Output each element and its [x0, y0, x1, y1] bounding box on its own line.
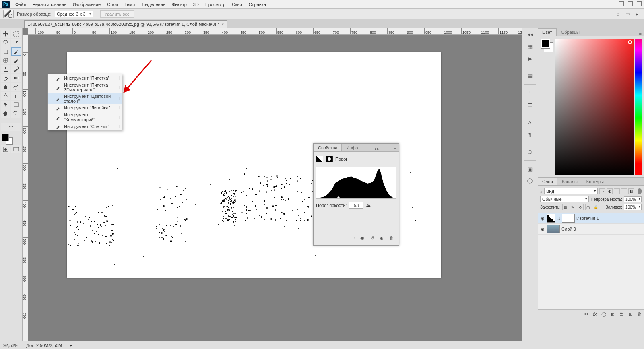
adjust-icon[interactable]: ☰: [525, 101, 535, 109]
adj-add-icon[interactable]: ◐: [609, 311, 616, 317]
hue-slider[interactable]: [635, 39, 642, 175]
document-tab[interactable]: 1485607827_5c1f4ff2-86bc-4b59-b07a-4c3fc…: [24, 20, 227, 28]
flyout-item[interactable]: Инструмент "Пипетка"I: [48, 74, 122, 82]
screenmode-tool[interactable]: [11, 145, 21, 153]
path-select-tool[interactable]: [1, 101, 10, 109]
color-swatches[interactable]: [2, 134, 13, 145]
info-shortcut-icon[interactable]: ⓘ: [525, 177, 535, 186]
flyout-item[interactable]: Инструмент "Пипетка 3D-материала"I: [48, 82, 122, 93]
menu-3d[interactable]: 3D: [190, 1, 202, 8]
gradient-tool[interactable]: [11, 74, 21, 82]
lock-pos-icon[interactable]: ✥: [578, 204, 584, 210]
tab-channels[interactable]: Каналы: [557, 178, 582, 185]
foreground-swatch[interactable]: [2, 134, 9, 141]
marquee-tool[interactable]: [11, 30, 21, 38]
actions-icon[interactable]: ▶: [525, 54, 535, 63]
view-prev-icon[interactable]: ◉: [359, 235, 366, 241]
minimize-button[interactable]: [619, 1, 624, 6]
filter-adj-icon[interactable]: ◐: [607, 188, 613, 194]
tab-properties[interactable]: Свойства: [314, 144, 342, 151]
3d-icon[interactable]: ⬡: [525, 147, 535, 156]
tab-color[interactable]: Цвет: [538, 28, 557, 36]
menu-выделение[interactable]: Выделение: [139, 1, 169, 8]
lasso-tool[interactable]: [1, 39, 10, 47]
flyout-item[interactable]: Инструмент "Комментарий"I: [48, 112, 122, 123]
flyout-item[interactable]: Инструмент "Линейка"I: [48, 104, 122, 112]
history-icon[interactable]: ▦: [525, 42, 535, 51]
visibility-icon[interactable]: ◉: [540, 226, 545, 232]
flyout-item[interactable]: Инструмент "Счетчик"I: [48, 123, 122, 130]
filter-smart-icon[interactable]: ◧: [628, 188, 634, 194]
maximize-button[interactable]: [628, 1, 633, 6]
visibility-icon[interactable]: ◉: [540, 215, 545, 221]
menu-текст[interactable]: Текст: [121, 1, 139, 8]
pen-tool[interactable]: [1, 92, 10, 100]
menu-фильтр[interactable]: Фильтр: [169, 1, 190, 8]
shape-tool[interactable]: [11, 101, 21, 109]
stamp-tool[interactable]: [1, 65, 10, 73]
panel-menu-icon[interactable]: ≡: [392, 147, 399, 151]
menu-редактирование[interactable]: Редактирование: [29, 1, 70, 8]
tab-swatches[interactable]: Образцы: [557, 28, 584, 36]
eyedropper-tool[interactable]: [11, 47, 21, 56]
brush-icon[interactable]: Ꞌ: [525, 89, 535, 97]
history-brush-tool[interactable]: [11, 65, 21, 73]
lock-all-icon[interactable]: 🔒: [593, 204, 599, 210]
tab-info[interactable]: Инфо: [342, 144, 362, 151]
lock-pixels-icon[interactable]: ▦: [562, 204, 568, 210]
group-icon[interactable]: 🗀: [618, 311, 625, 317]
type-tool[interactable]: T: [11, 92, 21, 100]
wand-tool[interactable]: [11, 39, 21, 47]
fx-icon[interactable]: fx: [591, 311, 599, 317]
arrange-icon[interactable]: ▸: [634, 10, 641, 18]
close-button[interactable]: [637, 1, 642, 6]
panel-collapse-icon[interactable]: ▸▸: [372, 146, 382, 151]
heal-tool[interactable]: [1, 56, 10, 64]
histogram[interactable]: [316, 167, 396, 199]
new-layer-icon[interactable]: ⊞: [627, 311, 634, 317]
menu-слои[interactable]: Слои: [104, 1, 121, 8]
para-icon[interactable]: ¶: [525, 130, 535, 139]
layers-panel-menu-icon[interactable]: ≡: [637, 180, 644, 185]
delete-all-button[interactable]: Удалить все: [100, 10, 134, 18]
opacity-input[interactable]: 100%: [624, 196, 642, 202]
close-tab-icon[interactable]: ×: [221, 22, 224, 27]
layer-row[interactable]: ◉⬚Изогелия 1: [538, 213, 644, 224]
tab-layers[interactable]: Слои: [538, 178, 557, 185]
brush-tool[interactable]: [11, 56, 21, 64]
collapse-icon[interactable]: ◂◂: [525, 30, 535, 39]
hand-tool[interactable]: [1, 109, 10, 118]
quickmask-tool[interactable]: [1, 145, 10, 153]
eraser-tool[interactable]: [1, 74, 10, 82]
fill-input[interactable]: 100%: [624, 204, 642, 210]
layers-shortcut-icon[interactable]: ▤: [525, 71, 535, 80]
move-tool[interactable]: [1, 30, 10, 38]
filter-shape-icon[interactable]: ▱: [621, 188, 627, 194]
threshold-input[interactable]: 53: [349, 202, 363, 209]
color-panel-swatches[interactable]: [541, 39, 553, 52]
zoom-tool[interactable]: [11, 109, 21, 118]
menu-справка[interactable]: Справка: [246, 1, 269, 8]
delete-layer-icon[interactable]: 🗑: [636, 311, 643, 317]
menu-просмотр[interactable]: Просмотр: [202, 1, 229, 8]
lock-brush-icon[interactable]: ✎: [570, 204, 576, 210]
lock-artboard-icon[interactable]: ▢: [585, 204, 591, 210]
visibility-icon[interactable]: ◉: [378, 235, 385, 241]
zoom-status[interactable]: 92,53%: [3, 343, 18, 348]
menu-файл[interactable]: Файл: [12, 1, 29, 8]
workspace-icon[interactable]: ▭: [624, 10, 631, 18]
color-panel-menu-icon[interactable]: ≡: [637, 31, 644, 36]
blend-mode-select[interactable]: Обычные: [540, 196, 589, 202]
status-arrow-icon[interactable]: ▸: [70, 343, 72, 348]
auto-icon[interactable]: ⛰: [366, 202, 371, 208]
tab-paths[interactable]: Контуры: [582, 178, 608, 185]
trash-icon[interactable]: 🗑: [388, 235, 395, 241]
cp-foreground[interactable]: [541, 39, 550, 48]
clip-icon[interactable]: ⬚: [349, 235, 356, 241]
filter-pixel-icon[interactable]: ▭: [599, 188, 605, 194]
layer-filter-select[interactable]: Вид: [544, 188, 598, 194]
link-icon[interactable]: ⚯: [582, 311, 590, 317]
flyout-item[interactable]: •Инструмент "Цветовой эталон"I: [48, 93, 122, 104]
doc-size-status[interactable]: Док: 2,50M/2,50M: [26, 343, 62, 348]
props-shortcut-icon[interactable]: ▣: [525, 165, 535, 173]
